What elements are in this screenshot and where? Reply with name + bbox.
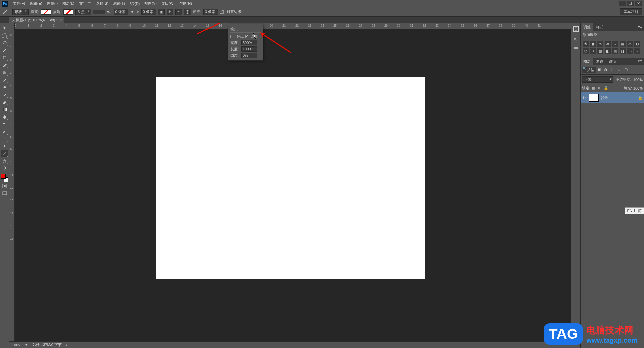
menu-layer[interactable]: 图层(L) xyxy=(60,1,76,6)
marquee-tool[interactable] xyxy=(1,32,8,39)
menu-type[interactable]: 文字(Y) xyxy=(77,1,94,6)
menu-view[interactable]: 视图(V) xyxy=(142,1,159,6)
layer-filter-type[interactable]: 类型 xyxy=(582,67,596,73)
levels-icon[interactable]: ▮ xyxy=(590,41,596,47)
wand-tool[interactable] xyxy=(1,47,8,54)
paragraph-panel-icon[interactable] xyxy=(573,46,579,52)
fill-opacity-value[interactable]: 100% xyxy=(633,86,643,90)
lock-position-icon[interactable]: ✥ xyxy=(598,86,602,91)
filter-smart-icon[interactable]: ▢ xyxy=(624,67,630,73)
align-edges-checkbox[interactable] xyxy=(220,10,224,14)
color-swatches[interactable] xyxy=(1,174,8,182)
channel-mixer-icon[interactable]: ✦ xyxy=(590,48,596,54)
healing-tool[interactable] xyxy=(1,69,8,76)
menu-file[interactable]: 文件(F) xyxy=(11,1,28,6)
tab-close-icon[interactable]: × xyxy=(60,18,62,22)
brush-tool[interactable] xyxy=(1,77,8,83)
color-lookup-icon[interactable]: ▩ xyxy=(597,48,603,54)
history-panel-icon[interactable] xyxy=(573,26,579,32)
popup-width-input[interactable] xyxy=(241,40,257,45)
horizontal-ruler[interactable]: 0123456789101112131415161718192021222324… xyxy=(15,23,571,29)
brightness-icon[interactable]: ☀ xyxy=(583,41,589,47)
lasso-tool[interactable] xyxy=(1,40,8,46)
visibility-icon[interactable]: 👁 xyxy=(582,96,587,100)
document-info[interactable]: 文档:1.37M/0 字节 xyxy=(32,342,62,347)
crop-tool[interactable] xyxy=(1,54,8,61)
move-tool[interactable] xyxy=(1,25,8,32)
filter-adjust-icon[interactable]: ◑ xyxy=(604,67,609,73)
width-input[interactable]: 0 像素 xyxy=(114,9,128,15)
popup-concave-input[interactable] xyxy=(241,53,257,58)
channels-tab[interactable]: 通道 xyxy=(593,58,606,65)
invert-icon[interactable]: ◧ xyxy=(605,48,611,54)
menu-help[interactable]: 帮助(H) xyxy=(177,1,194,6)
filter-image-icon[interactable]: ▣ xyxy=(597,67,603,73)
filter-shape-icon[interactable]: ▱ xyxy=(618,67,623,73)
exposure-icon[interactable]: ▱ xyxy=(605,41,611,47)
ime-indicator[interactable]: EN 丿 简 xyxy=(625,207,644,214)
fill-swatch[interactable] xyxy=(41,9,51,15)
path-select-tool[interactable] xyxy=(1,143,8,150)
menu-filter[interactable]: 滤镜(T) xyxy=(111,1,127,6)
document-tab[interactable]: 未标题-1 @ 100%(RGB/8) * × xyxy=(9,17,64,23)
character-panel-icon[interactable]: A xyxy=(573,36,579,42)
end-checkbox[interactable] xyxy=(245,35,249,38)
blend-mode-dropdown[interactable]: 正常 xyxy=(582,76,613,83)
lock-pixels-icon[interactable]: ▦ xyxy=(592,86,596,91)
selective-color-icon[interactable]: ▫ xyxy=(634,48,640,54)
path-align-button[interactable]: ⊫ xyxy=(167,9,173,15)
zoom-level[interactable]: 100% xyxy=(12,343,21,347)
stroke-style-dropdown[interactable] xyxy=(93,10,105,14)
close-button[interactable]: ✕ xyxy=(635,1,642,6)
quick-mask-toggle[interactable] xyxy=(1,183,8,189)
color-balance-icon[interactable]: ⚖ xyxy=(627,41,633,47)
threshold-icon[interactable]: ◨ xyxy=(620,48,626,54)
menu-window[interactable]: 窗口(W) xyxy=(159,1,177,6)
layers-panel-menu-icon[interactable]: ▾≡ xyxy=(636,58,644,65)
ruler-origin[interactable] xyxy=(9,23,15,29)
layers-tab[interactable]: 图层 xyxy=(581,58,593,65)
vertical-ruler[interactable]: 012345678910111213141516 xyxy=(9,29,15,348)
tool-mode-dropdown[interactable]: 形状 xyxy=(12,9,29,15)
zoom-tool[interactable] xyxy=(1,165,8,172)
line-shape-tool[interactable] xyxy=(1,150,8,157)
filter-type-icon[interactable]: T xyxy=(611,67,616,73)
menu-select[interactable]: 选择(S) xyxy=(94,1,111,6)
adjustments-tab[interactable]: 调整 xyxy=(581,23,593,31)
document-canvas[interactable] xyxy=(156,77,425,279)
minimize-button[interactable]: — xyxy=(619,1,626,6)
hue-icon[interactable]: ▦ xyxy=(620,41,626,47)
path-arrange-button[interactable]: ≡ xyxy=(175,9,182,15)
posterize-icon[interactable]: ▤ xyxy=(612,48,618,54)
layer-thumbnail[interactable] xyxy=(589,94,599,102)
stroke-swatch[interactable] xyxy=(63,9,73,15)
curves-icon[interactable]: ∿ xyxy=(597,41,603,47)
screen-mode-toggle[interactable] xyxy=(1,190,8,197)
menu-3d[interactable]: 3D(D) xyxy=(127,2,142,6)
photo-filter-icon[interactable]: ◎ xyxy=(583,48,589,54)
bw-icon[interactable]: ◐ xyxy=(634,41,640,47)
gradient-map-icon[interactable]: ▭ xyxy=(627,48,633,54)
eyedropper-tool[interactable] xyxy=(1,62,8,68)
weight-input[interactable]: 3 像素 xyxy=(203,9,218,15)
document-info-dropdown-icon[interactable]: ▸ xyxy=(66,343,68,347)
path-ops-button[interactable]: ▣ xyxy=(158,9,165,15)
workspace-switcher[interactable]: 基本功能 xyxy=(620,8,642,15)
gradient-tool[interactable] xyxy=(1,106,8,113)
link-icon[interactable]: ⇔ xyxy=(130,10,133,14)
start-checkbox[interactable] xyxy=(230,35,234,38)
panel-menu-icon[interactable]: ▾≡ xyxy=(636,23,644,31)
popup-length-input[interactable] xyxy=(241,46,257,52)
height-input[interactable]: 0 像素 xyxy=(141,9,156,15)
eraser-tool[interactable] xyxy=(1,99,8,105)
styles-tab[interactable]: 样式 xyxy=(593,23,606,31)
menu-image[interactable]: 图像(I) xyxy=(45,1,60,6)
opacity-value[interactable]: 100% xyxy=(633,78,643,82)
maximize-button[interactable]: ❐ xyxy=(627,1,634,6)
layer-background[interactable]: 👁 背景 🔒 xyxy=(581,92,644,103)
pen-tool[interactable] xyxy=(1,128,8,135)
gear-button[interactable] xyxy=(184,9,191,15)
stamp-tool[interactable] xyxy=(1,84,8,91)
history-brush-tool[interactable] xyxy=(1,91,8,98)
stroke-width-dropdown[interactable]: 3 点 xyxy=(75,9,91,15)
